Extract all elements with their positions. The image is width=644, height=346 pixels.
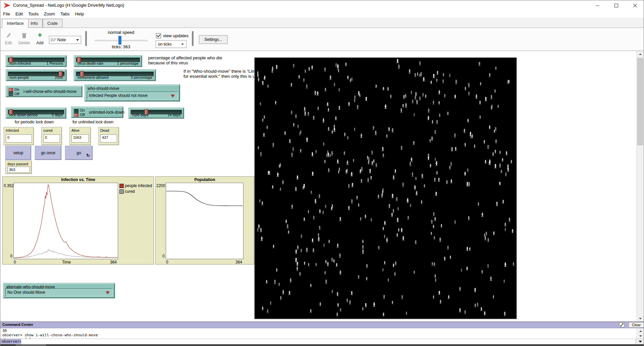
view-updates-label: view updates [163, 33, 189, 38]
close-icon [633, 4, 637, 7]
arrow-down-icon [639, 341, 642, 343]
switch-track[interactable] [9, 88, 13, 96]
monitor-value: 363 [7, 167, 30, 173]
switch-track[interactable] [74, 109, 78, 117]
toolbar-separator [85, 31, 87, 46]
go-forever-button[interactable]: go ↻ [65, 146, 93, 160]
arrow-up-icon [639, 330, 642, 332]
chooser-value[interactable]: Infected People should not move [87, 92, 178, 100]
slider-movement-allowed[interactable]: movement-allowed3 percentage [74, 70, 156, 81]
clear-button[interactable]: Clear [629, 322, 644, 328]
menu-zoom[interactable]: Zoom [41, 10, 58, 18]
scroll-up-button[interactable] [637, 51, 644, 57]
menu-tabs[interactable]: Tabs [58, 10, 72, 18]
monitor-infected: Infected 0 [4, 127, 34, 145]
monitor-label: cured [43, 128, 53, 132]
command-center-header: Command Center Clear [0, 322, 644, 328]
plot-area [166, 183, 244, 259]
slider-name: movement-allowed [77, 75, 108, 79]
menu-file[interactable]: File [0, 10, 13, 18]
menu-help[interactable]: Help [72, 10, 87, 18]
legend-swatch-red [119, 184, 124, 188]
widget-type-dropdown[interactable]: Abc def ghi jkl Note [49, 36, 81, 44]
command-input-row: observer> [0, 339, 644, 344]
arrow-down-icon [639, 318, 642, 320]
legend-swatch-gray [119, 189, 124, 194]
tab-code[interactable]: Code [43, 19, 62, 28]
edit-label: Edit [1, 41, 15, 45]
dropdown-triangle-icon [171, 95, 175, 98]
switch-handle[interactable] [74, 113, 78, 117]
chooser-alternate-who-should-move[interactable]: alternate-who-should-move No One should … [3, 283, 115, 298]
slider-value: 3 percentage [131, 75, 152, 79]
speed-slider-handle[interactable] [118, 36, 121, 45]
world-view[interactable] [255, 58, 517, 319]
update-mode-dropdown[interactable]: on ticks [156, 40, 186, 48]
slider-num-infected[interactable]: num-infected1 Persons [6, 56, 66, 67]
chooser-name: who-should-move [88, 86, 119, 91]
y-axis-min: 0 [160, 254, 165, 258]
minimize-button[interactable] [588, 0, 607, 10]
command-input-field[interactable] [21, 339, 636, 344]
switch-onoff-labels: On Off [14, 88, 19, 96]
chevron-down-icon [181, 44, 184, 45]
interface-scrollbar[interactable] [636, 51, 643, 322]
x-axis-min: 0 [166, 260, 168, 265]
update-mode-value: on ticks [158, 42, 172, 47]
speed-slider-label: normal speed [94, 30, 148, 35]
edit-widget-button[interactable]: Edit [1, 30, 15, 48]
chooser-who-should-move[interactable]: who-should-move Infected People should n… [85, 85, 180, 101]
slider-name: lock-down-period [9, 113, 38, 117]
observer-prompt[interactable]: observer> [0, 339, 21, 344]
expand-command-center-button[interactable] [619, 323, 625, 327]
scroll-down-button[interactable] [637, 334, 644, 338]
plot-infection-vs-time: Infection vs. Time 0.352 0 0 Time 364 pe… [2, 176, 154, 265]
switch-i-will-chose-who-should-move[interactable]: On Off i-will-chose-who-should-move [6, 86, 82, 97]
switch-name: i-will-chose-who-should-move [23, 87, 76, 96]
monitor-value: 437 [100, 134, 117, 142]
slider-lock-down-period[interactable]: lock-down-period0 days [6, 108, 66, 118]
command-history-button[interactable] [636, 339, 644, 344]
view-updates-checkbox[interactable] [156, 33, 161, 38]
tab-interface[interactable]: Interface [2, 19, 29, 28]
close-button[interactable] [626, 0, 644, 10]
menu-bar: File Edit Tools Zoom Tabs Help [0, 10, 644, 18]
series-population [166, 191, 243, 206]
scrollbar-thumb[interactable] [637, 58, 643, 145]
slider-value: 0 days [52, 113, 63, 117]
switch-unlimited-lock-down[interactable]: On Off unlimited-lock-down [71, 107, 123, 118]
monitor-value: 1563 [71, 134, 89, 142]
netlogo-window: Corona_Spread - NetLogo {H:\Google Drive… [0, 0, 644, 346]
slider-virus-death-rate[interactable]: virus-death-rate1 percentage [74, 56, 142, 67]
command-output-scrollbar[interactable] [636, 328, 644, 339]
ticks-counter: ticks: 363 [99, 44, 143, 49]
series-people-infected [14, 184, 117, 258]
add-label: Add [33, 41, 47, 45]
slider-cure-days[interactable]: cure-days14 days [129, 108, 184, 118]
switch-name: unlimited-lock-down [89, 108, 124, 117]
note-preview-icon: Abc def ghi jkl [51, 38, 56, 42]
switch-onoff-labels: On Off [80, 108, 85, 117]
menu-edit[interactable]: Edit [13, 10, 25, 18]
command-output[interactable]: 30 observer> show i-will-chose-who-shoul… [0, 328, 636, 339]
chooser-value[interactable]: No One should Move [5, 288, 113, 296]
arrow-down-icon [639, 335, 642, 337]
infection-chart-canvas [14, 183, 118, 259]
slider-num-people[interactable]: num-people2000 [6, 70, 66, 81]
setup-button[interactable]: setup [5, 146, 31, 160]
y-axis-max: 2200 [156, 183, 165, 188]
window-bottom-edge [0, 344, 644, 346]
forever-loop-icon: ↻ [86, 154, 90, 158]
agents-canvas [255, 58, 516, 319]
maximize-button[interactable] [607, 0, 626, 10]
settings-button[interactable]: Settings... [199, 35, 228, 44]
go-once-button[interactable]: go once [35, 146, 61, 160]
title-bar: Corona_Spread - NetLogo {H:\Google Drive… [0, 0, 644, 10]
menu-tools[interactable]: Tools [25, 10, 41, 18]
switch-handle[interactable] [9, 88, 13, 92]
add-widget-button[interactable]: + Add [33, 30, 47, 48]
delete-widget-button[interactable]: Delete [17, 30, 31, 48]
scroll-up-button[interactable] [637, 329, 644, 333]
scroll-down-button[interactable] [637, 315, 644, 322]
slider-name: num-people [9, 75, 29, 79]
